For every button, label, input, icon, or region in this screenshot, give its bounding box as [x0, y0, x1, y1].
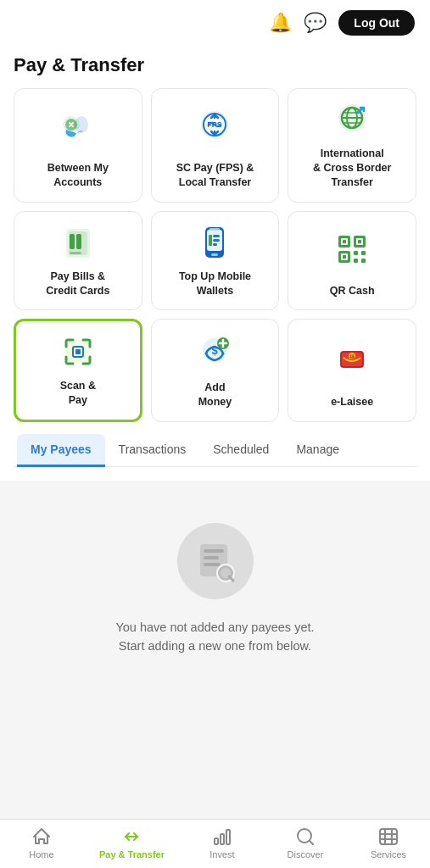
between-accounts-item[interactable]: Between MyAccounts: [14, 88, 142, 203]
svg-point-2: [75, 116, 88, 133]
empty-state-icon: [177, 523, 254, 599]
svg-text:$: $: [212, 344, 219, 357]
empty-state: You have not added any payees yet. Start…: [0, 481, 430, 690]
top-up-item[interactable]: Top Up MobileWallets: [151, 211, 280, 311]
pay-bills-icon: [58, 222, 98, 263]
between-accounts-icon: [58, 99, 98, 154]
tab-scheduled[interactable]: Scheduled: [199, 434, 282, 467]
tabs-row: My Payees Transactions Scheduled Manage: [14, 434, 416, 467]
top-up-icon: [194, 222, 235, 263]
grid-row-3: Scan &Pay $ AddMoney: [14, 319, 416, 422]
nav-discover-label: Discover: [288, 849, 324, 860]
nav-invest-label: Invest: [209, 849, 234, 860]
tab-my-payees[interactable]: My Payees: [17, 434, 105, 467]
svg-rect-21: [213, 235, 220, 237]
scan-pay-icon: [58, 331, 98, 372]
between-accounts-label: Between MyAccounts: [47, 161, 109, 190]
svg-rect-34: [354, 251, 358, 255]
add-money-item[interactable]: $ AddMoney: [151, 319, 280, 422]
notification-button[interactable]: 🔔: [269, 12, 292, 34]
svg-rect-51: [204, 549, 224, 553]
qr-cash-item[interactable]: QR Cash: [288, 211, 416, 311]
qr-cash-icon: [332, 222, 372, 277]
grid-row-2: Pay Bills &Credit Cards Top Up MobileWal…: [14, 211, 416, 311]
svg-rect-23: [213, 243, 217, 246]
message-button[interactable]: 💬: [304, 12, 327, 34]
international-icon: [332, 99, 372, 140]
page-title: Pay & Transfer: [14, 46, 416, 88]
scan-pay-label: Scan &Pay: [60, 379, 96, 408]
sc-pay-label: SC Pay (FPS) &Local Transfer: [176, 161, 254, 190]
svg-rect-14: [70, 234, 75, 249]
svg-rect-37: [361, 259, 366, 263]
international-item[interactable]: International& Cross BorderTransfer: [288, 88, 416, 203]
e-laisee-item[interactable]: 福 e-Laisee: [288, 319, 416, 422]
svg-rect-59: [226, 830, 230, 844]
nav-discover[interactable]: Discover: [280, 826, 331, 860]
svg-rect-24: [209, 235, 212, 246]
svg-rect-33: [343, 255, 346, 259]
svg-text:福: 福: [349, 353, 355, 359]
empty-state-text: You have not added any payees yet. Start…: [105, 618, 326, 656]
svg-rect-22: [213, 239, 220, 242]
svg-rect-53: [204, 563, 221, 566]
svg-rect-40: [75, 349, 81, 354]
svg-rect-16: [70, 252, 81, 254]
svg-rect-58: [221, 834, 224, 844]
svg-rect-57: [215, 838, 218, 844]
svg-rect-52: [204, 556, 219, 559]
nav-home[interactable]: Home: [16, 826, 67, 860]
main-content: Pay & Transfer Between MyAccounts: [0, 46, 430, 481]
top-bar: 🔔 💬 Log Out: [0, 0, 430, 46]
svg-rect-15: [76, 234, 81, 249]
sc-pay-icon: FPS: [194, 99, 235, 154]
top-up-label: Top Up MobileWallets: [179, 270, 251, 298]
svg-rect-19: [211, 253, 218, 256]
nav-pay-transfer-label: Pay & Transfer: [99, 849, 165, 860]
tab-manage[interactable]: Manage: [282, 434, 353, 467]
e-laisee-icon: 福: [332, 330, 372, 388]
e-laisee-label: e-Laisee: [331, 395, 373, 409]
add-money-icon: $: [194, 330, 235, 374]
pay-bills-label: Pay Bills &Credit Cards: [46, 270, 109, 298]
svg-rect-62: [380, 829, 397, 844]
add-money-label: AddMoney: [198, 381, 232, 409]
svg-rect-36: [354, 259, 358, 263]
svg-rect-35: [361, 251, 366, 255]
bottom-nav: Home Pay & Transfer Invest Discover: [0, 819, 430, 868]
empty-bottom-space: [0, 690, 430, 741]
nav-invest[interactable]: Invest: [197, 826, 248, 860]
pay-bills-item[interactable]: Pay Bills &Credit Cards: [14, 211, 142, 311]
nav-services-label: Services: [371, 849, 406, 860]
scan-pay-item[interactable]: Scan &Pay: [14, 319, 142, 422]
svg-rect-27: [343, 240, 346, 243]
sc-pay-item[interactable]: FPS SC Pay (FPS) &Local Transfer: [151, 88, 280, 203]
nav-home-label: Home: [29, 849, 53, 860]
grid-row-1: Between MyAccounts FPS SC Pay (FPS) &Loc…: [14, 88, 416, 203]
svg-rect-30: [358, 240, 361, 243]
svg-line-61: [310, 841, 313, 844]
international-label: International& Cross BorderTransfer: [313, 147, 391, 190]
logout-button[interactable]: Log Out: [338, 10, 415, 36]
nav-services[interactable]: Services: [363, 826, 414, 860]
nav-pay-transfer[interactable]: Pay & Transfer: [99, 826, 165, 860]
tab-transactions[interactable]: Transactions: [105, 434, 200, 467]
svg-text:FPS: FPS: [208, 120, 223, 129]
svg-rect-20: [209, 228, 220, 231]
qr-cash-label: QR Cash: [330, 284, 375, 298]
